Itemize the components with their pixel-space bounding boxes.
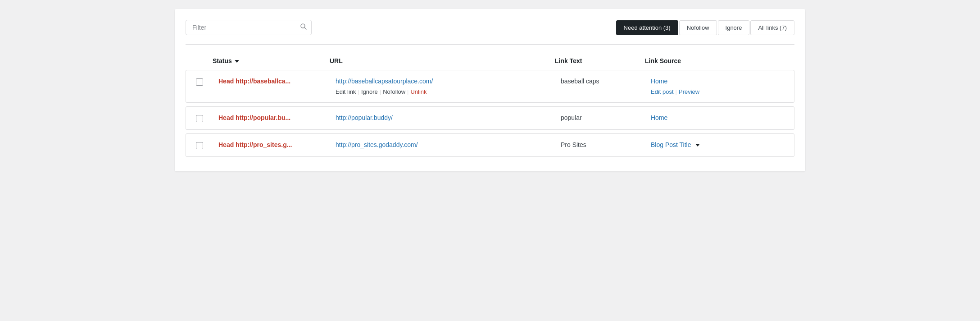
row3-status-cell: Head http://pro_sites.g... (213, 141, 330, 148)
main-container: Need attention (3) Nofollow Ignore All l… (175, 9, 805, 171)
row1-nofollow-link[interactable]: Nofollow (383, 88, 405, 95)
row3-link-source-cell: Blog Post Title (645, 141, 794, 148)
col-header-status[interactable]: Status (213, 57, 330, 64)
toolbar: Need attention (3) Nofollow Ignore All l… (186, 20, 794, 35)
sort-arrow-icon (235, 60, 239, 63)
row3-url-link[interactable]: http://pro_sites.godaddy.com/ (336, 141, 418, 148)
row3-link-text: Pro Sites (561, 141, 586, 148)
tab-nofollow[interactable]: Nofollow (679, 20, 717, 35)
row1-checkbox[interactable] (196, 78, 203, 86)
col-header-checkbox (186, 57, 213, 64)
row1-edit-post[interactable]: Edit post (651, 88, 674, 95)
tab-ignore[interactable]: Ignore (718, 20, 750, 35)
row1-preview[interactable]: Preview (679, 88, 699, 95)
row1-checkbox-cell (186, 78, 213, 86)
row2-link-source-cell: Home (645, 114, 794, 121)
divider (186, 44, 794, 45)
row2-checkbox[interactable] (196, 115, 203, 122)
table-header: Status URL Link Text Link Source (186, 54, 794, 68)
row1-actions: Edit link | Ignore | Nofollow | Unlink (336, 88, 550, 95)
tab-all-links[interactable]: All links (7) (750, 20, 794, 35)
col-header-link-text: Link Text (555, 57, 645, 64)
tab-need-attention[interactable]: Need attention (3) (616, 20, 678, 35)
col-header-url: URL (330, 57, 555, 64)
table-row: Head http://baseballca... http://basebal… (186, 70, 794, 103)
row2-url-cell: http://popular.buddy/ (330, 114, 555, 121)
row2-link-text-cell: popular (555, 114, 645, 121)
table-row: Head http://popular.bu... http://popular… (186, 106, 794, 130)
row3-url-cell: http://pro_sites.godaddy.com/ (330, 141, 555, 148)
row1-link-source[interactable]: Home (651, 78, 667, 85)
row2-status-cell: Head http://popular.bu... (213, 114, 330, 121)
row1-status[interactable]: Head http://baseballca... (218, 78, 290, 85)
row1-link-text: baseball caps (561, 78, 599, 85)
row2-link-source[interactable]: Home (651, 114, 667, 121)
tab-group: Need attention (3) Nofollow Ignore All l… (616, 20, 794, 35)
row1-link-source-cell: Home Edit post | Preview (645, 78, 794, 95)
row3-status[interactable]: Head http://pro_sites.g... (218, 141, 292, 148)
table-row: Head http://pro_sites.g... http://pro_si… (186, 133, 794, 157)
row2-link-text: popular (561, 114, 582, 121)
row3-link-source[interactable]: Blog Post Title (651, 141, 700, 148)
row1-link-text-cell: baseball caps (555, 78, 645, 85)
row1-edit-link[interactable]: Edit link (336, 88, 356, 95)
row1-unlink-link[interactable]: Unlink (410, 88, 426, 95)
filter-input[interactable] (186, 20, 312, 35)
filter-wrapper (186, 20, 312, 35)
row1-ignore-link[interactable]: Ignore (361, 88, 378, 95)
row1-url-link[interactable]: http://baseballcapsatourplace.com/ (336, 78, 433, 85)
row3-checkbox-cell (186, 141, 213, 149)
row2-status[interactable]: Head http://popular.bu... (218, 114, 290, 121)
chevron-down-icon (695, 144, 700, 147)
row3-checkbox[interactable] (196, 142, 203, 149)
row1-url-cell: http://baseballcapsatourplace.com/ Edit … (330, 78, 555, 95)
row3-link-text-cell: Pro Sites (555, 141, 645, 148)
row2-url-link[interactable]: http://popular.buddy/ (336, 114, 393, 121)
col-header-link-source: Link Source (645, 57, 794, 64)
row2-checkbox-cell (186, 114, 213, 122)
row1-status-cell: Head http://baseballca... (213, 78, 330, 85)
row1-source-actions: Edit post | Preview (651, 88, 789, 95)
